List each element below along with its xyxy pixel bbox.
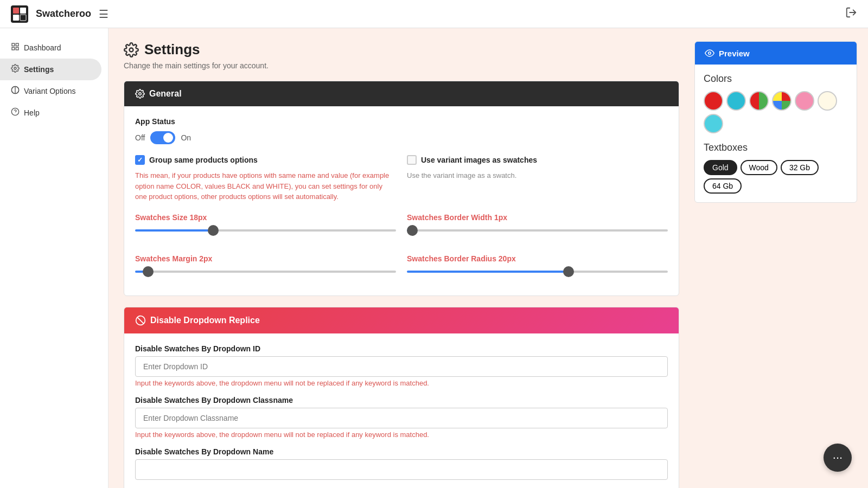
swatch-cream[interactable]: [818, 91, 837, 111]
logo-icon: [11, 5, 28, 23]
by-name-group: Disable Swatches By Dropdown Name: [135, 447, 668, 480]
disable-dropdown-header-label: Disable Dropdown Replice: [150, 316, 260, 325]
swatch-cyan[interactable]: [704, 114, 723, 133]
sidebar-item-dashboard-label: Dashboard: [24, 43, 61, 52]
sidebar-item-settings[interactable]: Settings: [0, 59, 101, 80]
by-id-input[interactable]: [135, 356, 668, 377]
by-classname-label: Disable Swatches By Dropdown Classname: [135, 396, 668, 404]
by-name-input[interactable]: [135, 459, 668, 480]
group-products-row[interactable]: ✓ Group same products options: [135, 155, 396, 165]
page-title-icon: [124, 42, 139, 57]
content-area: Settings Change the main settings for yo…: [108, 28, 694, 488]
swatches-border-width-slider[interactable]: [407, 225, 668, 236]
svg-line-18: [137, 317, 144, 324]
general-header-icon: [135, 89, 145, 99]
swatch-multi[interactable]: [772, 91, 792, 111]
by-id-label: Disable Swatches By Dropdown ID: [135, 344, 668, 353]
chip-gold[interactable]: Gold: [704, 160, 737, 175]
by-classname-group: Disable Swatches By Dropdown Classname I…: [135, 396, 668, 439]
swatches-margin-slider-row: Swatches Margin 2px: [135, 254, 396, 277]
dashboard-icon: [11, 42, 20, 53]
variant-images-checkbox[interactable]: [407, 155, 417, 165]
svg-point-16: [139, 93, 142, 95]
sidebar-item-dashboard[interactable]: Dashboard: [0, 37, 101, 59]
page-header: Settings: [124, 41, 679, 58]
preview-header-label: Preview: [719, 49, 750, 58]
swatches-border-width-slider-row: Swatches Border Width 1px: [407, 213, 668, 236]
sliders-grid: Swatches Size 18px Swatches Border Width…: [135, 213, 668, 285]
main-layout: Dashboard Settings Variant Options Help …: [0, 28, 868, 488]
svg-rect-9: [16, 47, 18, 50]
sidebar-item-variant-options[interactable]: Variant Options: [0, 80, 101, 102]
preview-body: Colors Textboxes: [695, 65, 857, 202]
app-title: Swatcheroo: [36, 8, 91, 20]
by-classname-input[interactable]: [135, 408, 668, 428]
app-status-label: App Status: [135, 117, 668, 126]
swatch-teal[interactable]: [726, 91, 746, 111]
preview-panel: Preview Colors: [694, 41, 857, 488]
group-products-col: ✓ Group same products options This mean,…: [135, 155, 396, 202]
disable-dropdown-body: Disable Swatches By Dropdown ID Input th…: [124, 333, 679, 489]
sidebar-item-variant-label: Variant Options: [24, 87, 75, 95]
swatches-border-radius-slider[interactable]: [407, 266, 668, 277]
svg-point-15: [130, 48, 133, 52]
preview-header-icon: [705, 48, 714, 58]
variant-images-desc: Use the variant image as a swatch.: [407, 170, 668, 181]
variant-images-col: Use variant images as swatches Use the v…: [407, 155, 668, 202]
toggle-row: Off On: [135, 131, 668, 144]
chip-64gb[interactable]: 64 Gb: [704, 178, 742, 194]
chip-32gb[interactable]: 32 Gb: [781, 160, 819, 175]
variant-options-icon: [11, 86, 20, 97]
colors-title: Colors: [704, 73, 848, 85]
chip-wood[interactable]: Wood: [741, 160, 777, 175]
svg-rect-1: [13, 8, 19, 14]
help-icon: [11, 107, 20, 118]
swatch-pink[interactable]: [795, 91, 814, 111]
svg-rect-8: [12, 47, 15, 50]
options-grid: ✓ Group same products options This mean,…: [135, 155, 668, 202]
preview-card: Preview Colors: [694, 41, 857, 203]
sidebar-item-help[interactable]: Help: [0, 102, 101, 124]
app-status-toggle[interactable]: [150, 131, 175, 144]
by-name-label: Disable Swatches By Dropdown Name: [135, 447, 668, 456]
chat-icon: ···: [833, 451, 843, 465]
by-id-hint: Input the keywords above, the dropdown m…: [135, 379, 668, 387]
swatches-border-radius-slider-row: Swatches Border Radius 20px: [407, 254, 668, 277]
disable-header-icon: [135, 315, 146, 326]
sidebar: Dashboard Settings Variant Options Help: [0, 28, 108, 488]
svg-rect-7: [16, 43, 18, 46]
swatches-size-label: Swatches Size 18px: [135, 213, 396, 222]
by-id-group: Disable Swatches By Dropdown ID Input th…: [135, 344, 668, 387]
group-products-desc: This mean, if your products have options…: [135, 170, 396, 202]
disable-dropdown-card: Disable Dropdown Replice Disable Swatche…: [124, 307, 679, 489]
toggle-on-label: On: [181, 133, 191, 142]
textboxes-row: Gold Wood 32 Gb 64 Gb: [704, 160, 848, 194]
svg-rect-6: [12, 43, 15, 46]
topbar-left: Swatcheroo ☰: [11, 5, 108, 23]
swatches-size-slider-row: Swatches Size 18px: [135, 213, 396, 236]
group-products-checkbox[interactable]: ✓: [135, 155, 145, 165]
swatches-margin-label: Swatches Margin 2px: [135, 254, 396, 263]
toggle-off-label: Off: [135, 133, 145, 142]
general-card-body: App Status Off On ✓ Group same p: [124, 106, 679, 296]
sidebar-item-settings-label: Settings: [24, 65, 54, 74]
general-card: General App Status Off On: [124, 81, 679, 296]
variant-images-row[interactable]: Use variant images as swatches: [407, 155, 668, 165]
swatches-size-slider[interactable]: [135, 225, 396, 236]
swatch-red[interactable]: [704, 91, 723, 111]
textboxes-title: Textboxes: [704, 142, 848, 153]
logout-icon[interactable]: [845, 7, 857, 21]
sidebar-item-help-label: Help: [24, 108, 40, 117]
page-subtitle: Change the main settings for your accoun…: [124, 61, 679, 70]
chat-button[interactable]: ···: [824, 444, 852, 472]
swatches-margin-slider[interactable]: [135, 266, 396, 277]
topbar: Swatcheroo ☰: [0, 0, 868, 28]
disable-dropdown-header: Disable Dropdown Replice: [124, 307, 679, 333]
by-classname-hint: Input the keywords above, the dropdown m…: [135, 431, 668, 439]
svg-point-10: [14, 67, 16, 69]
group-products-label: Group same products options: [149, 156, 258, 164]
swatches-border-width-label: Swatches Border Width 1px: [407, 213, 668, 222]
swatch-green-red[interactable]: [749, 91, 769, 111]
hamburger-icon[interactable]: ☰: [99, 8, 108, 21]
general-header-label: General: [149, 89, 182, 99]
